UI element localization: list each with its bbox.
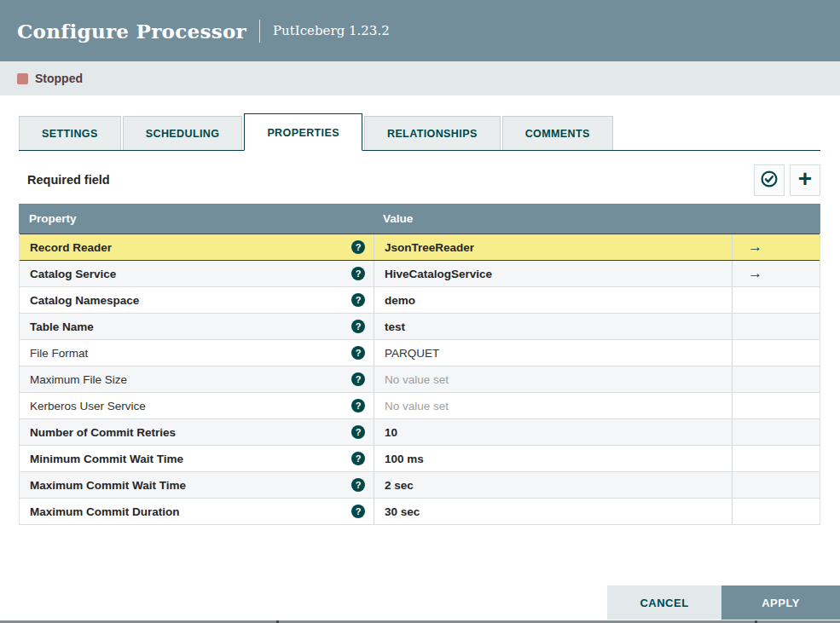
dialog-title: Configure Processor <box>17 20 246 43</box>
property-name: Kerberos User Service <box>30 400 146 412</box>
property-value[interactable]: No value set <box>385 400 449 412</box>
property-name: Maximum File Size <box>30 373 127 386</box>
tab-comments[interactable]: COMMENTS <box>502 116 613 150</box>
toolbar-buttons: + <box>754 164 820 196</box>
property-name: File Format <box>30 347 88 360</box>
help-icon[interactable]: ? <box>351 505 365 518</box>
property-name: Catalog Namespace <box>30 294 139 307</box>
dialog-footer: CANCEL APPLY <box>607 586 840 620</box>
status-label: Stopped <box>35 72 83 85</box>
required-field-label: Required field <box>27 173 110 187</box>
column-header-value: Value <box>373 212 731 225</box>
property-name: Catalog Service <box>30 268 116 280</box>
property-row[interactable]: Maximum Commit Duration?30 sec <box>20 499 820 525</box>
property-value[interactable]: demo <box>385 294 415 307</box>
help-icon[interactable]: ? <box>351 267 365 280</box>
help-icon[interactable]: ? <box>351 399 365 412</box>
property-row[interactable]: File Format?PARQUET <box>20 340 820 366</box>
dialog-header: Configure Processor PutIceberg 1.23.2 <box>0 0 840 61</box>
property-name: Minimum Commit Wait Time <box>30 453 183 465</box>
property-name: Maximum Commit Duration <box>30 505 180 518</box>
help-icon[interactable]: ? <box>351 452 365 465</box>
property-value[interactable]: 2 sec <box>385 479 414 492</box>
help-icon[interactable]: ? <box>351 293 365 307</box>
add-property-button[interactable]: + <box>790 164 820 196</box>
property-value[interactable]: JsonTreeReader <box>385 241 474 254</box>
tab-settings[interactable]: SETTINGS <box>19 116 121 150</box>
property-row[interactable]: Kerberos User Service?No value set <box>20 393 820 419</box>
property-row[interactable]: Catalog Namespace?demo <box>20 287 820 314</box>
property-value[interactable]: HiveCatalogService <box>385 268 492 280</box>
apply-button[interactable]: APPLY <box>721 586 840 620</box>
dialog-content: SETTINGSSCHEDULINGPROPERTIESRELATIONSHIP… <box>0 113 840 525</box>
property-row[interactable]: Number of Commit Retries?10 <box>20 419 820 446</box>
property-value[interactable]: No value set <box>385 373 449 386</box>
tab-scheduling[interactable]: SCHEDULING <box>123 116 243 150</box>
goto-service-arrow-icon[interactable]: → <box>748 265 762 282</box>
tab-properties[interactable]: PROPERTIES <box>244 113 362 151</box>
property-row[interactable]: Record Reader?JsonTreeReader→ <box>20 234 820 261</box>
properties-table: Property Value Record Reader?JsonTreeRea… <box>19 204 820 525</box>
property-row[interactable]: Catalog Service?HiveCatalogService→ <box>20 261 820 287</box>
property-value[interactable]: test <box>385 320 405 333</box>
tab-bar: SETTINGSSCHEDULINGPROPERTIESRELATIONSHIP… <box>19 113 820 151</box>
help-icon[interactable]: ? <box>351 478 365 492</box>
verify-properties-button[interactable] <box>754 164 785 196</box>
check-circle-icon <box>760 170 779 191</box>
status-bar: Stopped <box>0 61 840 95</box>
property-value[interactable]: 10 <box>385 426 397 439</box>
property-value[interactable]: 30 sec <box>385 505 420 518</box>
help-icon[interactable]: ? <box>351 372 365 386</box>
property-name: Maximum Commit Wait Time <box>30 479 186 492</box>
table-header: Property Value <box>19 204 820 234</box>
property-value[interactable]: 100 ms <box>385 453 424 465</box>
title-separator <box>259 20 260 43</box>
properties-toolbar: Required field + <box>19 164 820 196</box>
property-row[interactable]: Maximum Commit Wait Time?2 sec <box>20 472 820 499</box>
help-icon[interactable]: ? <box>351 240 365 254</box>
property-row[interactable]: Table Name?test <box>20 314 820 340</box>
plus-icon: + <box>798 167 812 191</box>
help-icon[interactable]: ? <box>351 320 365 333</box>
help-icon[interactable]: ? <box>351 425 365 439</box>
configure-processor-dialog: Configure Processor PutIceberg 1.23.2 St… <box>0 0 840 525</box>
property-row[interactable]: Minimum Commit Wait Time?100 ms <box>20 446 820 472</box>
property-name: Number of Commit Retries <box>30 426 176 439</box>
property-value[interactable]: PARQUET <box>385 347 439 360</box>
table-body: Record Reader?JsonTreeReader→Catalog Ser… <box>19 234 820 525</box>
processor-type-version: PutIceberg 1.23.2 <box>273 23 390 38</box>
property-name: Record Reader <box>30 241 112 254</box>
column-header-property: Property <box>19 212 373 225</box>
property-row[interactable]: Maximum File Size?No value set <box>20 366 820 393</box>
cancel-button[interactable]: CANCEL <box>607 586 721 620</box>
property-name: Table Name <box>30 320 94 333</box>
tab-relationships[interactable]: RELATIONSHIPS <box>364 116 501 150</box>
stopped-status-icon <box>17 73 28 84</box>
goto-service-arrow-icon[interactable]: → <box>748 239 762 256</box>
help-icon[interactable]: ? <box>351 346 365 360</box>
